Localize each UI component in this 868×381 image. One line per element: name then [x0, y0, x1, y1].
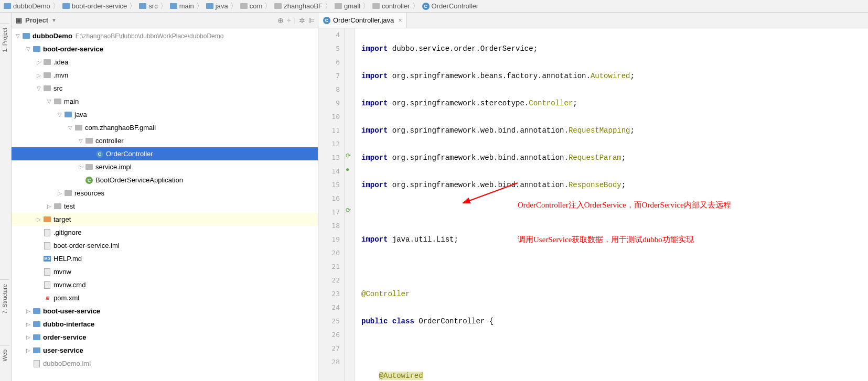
breadcrumb-item-3[interactable]: main [168, 2, 195, 10]
tree-module-ordersvc[interactable]: ▷order-service [12, 331, 318, 344]
locate-icon[interactable]: ⊕ [277, 16, 284, 25]
tree-class-bootapp[interactable]: CBootOrderServiceApplication [12, 173, 318, 187]
project-tree[interactable]: ▽dubboDemoE:\zhanghaoBF\dubbo\dubboWorkP… [12, 28, 318, 381]
tree-module-usersvc[interactable]: ▷user-service [12, 344, 318, 357]
file-icon [33, 360, 41, 368]
folder-icon [43, 58, 51, 67]
tree-folder-idea[interactable]: ▷.idea [12, 56, 318, 69]
project-icon: ▣ [15, 16, 23, 25]
folder-icon [206, 2, 214, 10]
tree-module-dubboif[interactable]: ▷dubbo-interface [12, 318, 318, 331]
editor-tabs: C OrderController.java × [318, 13, 868, 28]
folder-icon [138, 2, 147, 10]
tree-file-iml[interactable]: boot-order-service.iml [12, 239, 318, 252]
markdown-icon: MD [43, 255, 51, 263]
folder-icon [43, 215, 51, 224]
dropdown-icon: ▼ [51, 17, 57, 23]
chevron-right-icon: 〉 [160, 2, 167, 11]
side-tab-structure[interactable]: 7: Structure [0, 279, 9, 318]
spring-bean-icon[interactable]: ● [346, 166, 349, 173]
hide-icon[interactable]: ⊫ [308, 16, 315, 25]
chevron-right-icon: 〉 [362, 2, 370, 11]
panel-tools: ⊕ ÷ | ✲ ⊫ [277, 16, 315, 25]
side-tabs: 1: Project 7: Structure Web [0, 13, 12, 381]
spring-bean-icon[interactable]: ⟳ [346, 206, 351, 214]
tree-folder-java[interactable]: ▽java [12, 108, 318, 121]
chevron-right-icon: 〉 [230, 2, 238, 11]
tree-module[interactable]: ▽boot-order-service [12, 42, 318, 56]
file-icon [43, 268, 51, 276]
module-icon [33, 346, 41, 355]
module-icon [33, 45, 41, 53]
file-icon [43, 228, 51, 237]
tree-file-mvnw[interactable]: mvnw [12, 265, 318, 278]
module-icon [22, 32, 30, 40]
editor-body[interactable]: 4 5 6 7 8 9 10 11 12 13 14 15 16 17 18 1… [318, 28, 868, 381]
chevron-right-icon: 〉 [196, 2, 203, 11]
side-tab-web[interactable]: Web [0, 345, 9, 365]
breadcrumb-item-5[interactable]: com [239, 2, 264, 10]
spring-bean-icon[interactable]: ⟳ [346, 152, 351, 159]
breadcrumb-item-2[interactable]: src [137, 2, 158, 10]
collapse-icon[interactable]: ÷ [287, 16, 291, 25]
annotation-text: OrderController注入OrderService，而OrderServ… [518, 176, 731, 268]
breadcrumb-item-9[interactable]: COrderController [421, 2, 480, 10]
tree-package-controller[interactable]: ▽controller [12, 134, 318, 147]
tree-folder-main[interactable]: ▽main [12, 95, 318, 108]
code-area[interactable]: import dubbo.service.order.OrderService;… [355, 28, 868, 381]
chevron-right-icon: 〉 [264, 2, 272, 11]
tree-package[interactable]: ▽com.zhanghaoBF.gmall [12, 121, 318, 134]
tree-module-bootuser[interactable]: ▷boot-user-service [12, 304, 318, 318]
chevron-right-icon: 〉 [52, 2, 60, 11]
breadcrumb-item-7[interactable]: gmall [333, 2, 361, 10]
folder-icon [169, 2, 178, 10]
module-icon [33, 333, 41, 342]
side-tab-project[interactable]: 1: Project [0, 23, 9, 56]
tree-file-mvnwcmd[interactable]: mvnw.cmd [12, 278, 318, 291]
module-icon [62, 2, 70, 10]
tree-package-serviceimpl[interactable]: ▷service.impl [12, 160, 318, 173]
class-icon: C [323, 16, 331, 25]
editor-tab-ordercontroller[interactable]: C OrderController.java × [318, 13, 407, 28]
module-icon [3, 2, 12, 10]
folder-icon [372, 2, 380, 10]
folder-icon [74, 124, 83, 132]
module-icon [33, 320, 41, 329]
chevron-right-icon: 〉 [325, 2, 332, 11]
folder-icon [240, 2, 248, 10]
gutter: 4 5 6 7 8 9 10 11 12 13 14 15 16 17 18 1… [318, 28, 345, 381]
folder-icon [43, 84, 51, 93]
breadcrumb-item-1[interactable]: boot-order-service [61, 2, 128, 10]
gutter-marks: ⟳ ● ⟳ [345, 28, 355, 381]
tree-file-gitignore[interactable]: .gitignore [12, 226, 318, 239]
folder-icon [85, 137, 93, 145]
folder-icon [64, 111, 72, 119]
breadcrumb-item-4[interactable]: java [205, 2, 229, 10]
tree-folder-src[interactable]: ▽src [12, 82, 318, 95]
tree-folder-mvn[interactable]: ▷.mvn [12, 69, 318, 82]
tree-root[interactable]: ▽dubboDemoE:\zhanghaoBF\dubbo\dubboWorkP… [12, 29, 318, 42]
editor-area: C OrderController.java × 4 5 6 7 8 9 10 … [318, 13, 868, 381]
editor-tab-label: OrderController.java [333, 16, 394, 24]
breadcrumb-item-6[interactable]: zhanghaoBF [273, 2, 324, 10]
tree-file-dubboiml[interactable]: dubboDemo.iml [12, 357, 318, 370]
tree-class-ordercontroller[interactable]: COrderController [12, 147, 318, 160]
project-panel: ▣ Project ▼ ⊕ ÷ | ✲ ⊫ ▽dubboDemoE:\zhang… [12, 13, 318, 381]
folder-icon [53, 97, 62, 106]
tree-file-help[interactable]: MDHELP.md [12, 252, 318, 265]
breadcrumb-item-0[interactable]: dubboDemo [2, 2, 51, 10]
gear-icon[interactable]: ✲ [299, 16, 305, 25]
folder-icon [53, 202, 62, 211]
tree-folder-test[interactable]: ▷test [12, 200, 318, 213]
panel-title[interactable]: ▣ Project ▼ [15, 16, 277, 25]
class-icon: C [85, 176, 93, 184]
breadcrumb-item-8[interactable]: controller [371, 2, 411, 10]
folder-icon [64, 189, 72, 198]
close-icon[interactable]: × [398, 16, 402, 24]
module-icon [33, 307, 41, 315]
tree-folder-resources[interactable]: ▷resources [12, 187, 318, 200]
folder-icon [274, 2, 282, 10]
folder-icon [85, 163, 93, 171]
tree-file-pom[interactable]: mpom.xml [12, 291, 318, 304]
tree-folder-target[interactable]: ▷target [12, 213, 318, 226]
